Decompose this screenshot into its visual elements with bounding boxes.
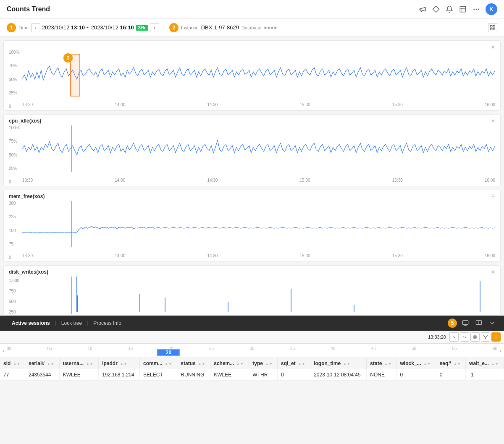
col-ipaddr[interactable]: ipaddr ▲▼ <box>99 358 140 369</box>
timeline-scroll-area[interactable]: 00 05 10 15 20 25 30 35 40 45 50 55 60 2… <box>7 345 497 356</box>
cell-state: NONE <box>367 369 396 381</box>
timeline-next-button[interactable]: › <box>497 347 504 354</box>
cell-status: RUNNING <box>177 369 210 381</box>
chart-2-gear-icon[interactable] <box>490 118 496 125</box>
col-type[interactable]: type ▲▼ <box>249 358 278 369</box>
timeline-active-marker[interactable]: 20 <box>157 349 180 356</box>
svg-marker-0 <box>433 6 439 12</box>
expand-button[interactable] <box>488 23 497 32</box>
cell-sql-et: 0 <box>278 369 310 381</box>
session-time: 13:33:20 <box>428 334 446 340</box>
chart-2-y-labels: 100% 75% 50% 25% 0 <box>9 125 22 184</box>
instance-value: DBX-1-97-8629 <box>201 24 239 31</box>
filter-button[interactable] <box>481 332 490 342</box>
instance-label: Instance <box>181 25 199 30</box>
chart-1-svg <box>22 50 495 100</box>
col-username[interactable]: userna... ▲▼ <box>59 358 98 369</box>
col-status[interactable]: status ▲▼ <box>177 358 210 369</box>
cell-type: WTHR <box>249 369 278 381</box>
cell-ipaddr: 192.168.1.204 <box>99 369 140 381</box>
svg-marker-36 <box>483 335 488 339</box>
cell-schema: KWLEE <box>210 369 249 381</box>
badge-3-container: 3 <box>63 53 73 63</box>
tab-process-info[interactable]: Process Info <box>88 317 126 329</box>
badge-5: 5 <box>448 319 457 328</box>
next-session-button[interactable]: ›› <box>460 332 469 342</box>
chart-4-label: disk_writes(xos) <box>9 269 495 275</box>
cell-serial: 24353544 <box>25 369 60 381</box>
chart-1-canvas <box>22 50 495 100</box>
chart-4-gear-icon[interactable] <box>490 269 496 276</box>
chart-2-section: cpu_idle(xos) 100% 75% 50% 25% 0 13:30 1… <box>3 114 501 186</box>
split-icon[interactable] <box>474 318 484 328</box>
col-schema[interactable]: schem... ▲▼ <box>210 358 249 369</box>
user-avatar[interactable]: K <box>486 3 497 15</box>
svg-point-15 <box>492 196 494 197</box>
col-seq[interactable]: seq# ▲▼ <box>436 358 466 369</box>
time-range-display: 2023/10/12 13:10 ~ 2023/10/12 16:10 <box>42 24 134 31</box>
diamond-icon[interactable] <box>432 5 440 13</box>
timeline-prev-button[interactable]: ‹ <box>0 347 7 354</box>
col-sid[interactable]: sid ▲▼ <box>0 358 25 369</box>
col-wait-e[interactable]: wait_e... ▲▼ <box>466 358 504 369</box>
prev-time-button[interactable]: ‹ <box>31 23 40 32</box>
monitor-icon[interactable] <box>460 318 470 328</box>
duration-badge: 3Hr <box>136 25 148 31</box>
col-command[interactable]: comm... ▲▼ <box>140 358 177 369</box>
svg-rect-35 <box>473 337 475 339</box>
next-time-button[interactable]: › <box>150 23 159 32</box>
time-nav: ‹ 2023/10/12 13:10 ~ 2023/10/12 16:10 3H… <box>31 23 159 32</box>
svg-point-17 <box>492 271 494 273</box>
time-label: Time <box>18 25 29 30</box>
svg-rect-34 <box>475 337 477 339</box>
timeline-inner: ‹ 00 05 10 15 20 25 30 35 40 45 50 55 60 <box>0 345 504 356</box>
chart-4-section: disk_writes(xos) 1,000 750 500 250 <box>3 265 501 316</box>
grid-view-button[interactable] <box>470 332 480 342</box>
table-row: 77 24353544 KWLEE 192.168.1.204 SELECT R… <box>0 369 504 381</box>
instance-group: 2 Instance DBX-1-97-8629 Database ●●●● <box>169 23 277 32</box>
chevron-down-icon[interactable] <box>487 318 497 328</box>
header-icons: K <box>418 3 497 15</box>
chart-2-area: 100% 75% 50% 25% 0 13:30 14:00 14:30 15:… <box>9 125 495 184</box>
svg-rect-9 <box>493 28 495 30</box>
chart-2-svg <box>22 125 495 176</box>
bottom-tabs: Active sessions | Lock tree | Process In… <box>0 316 504 331</box>
col-wlock[interactable]: wlock_... ▲▼ <box>396 358 436 369</box>
timeline-ticks: 00 05 10 15 20 25 30 35 40 45 50 55 60 <box>7 346 497 351</box>
bell-icon[interactable] <box>445 5 454 13</box>
col-sql-et[interactable]: sql_et ▲▼ <box>278 358 310 369</box>
badge-1: 1 <box>7 23 16 32</box>
session-area: 13:33:20 ‹‹ ›› ‹ 00 05 10 <box>0 331 504 381</box>
chart-1-label <box>9 44 10 49</box>
svg-point-11 <box>492 46 494 48</box>
cell-username: KWLEE <box>59 369 98 381</box>
col-state[interactable]: state ▲▼ <box>367 358 396 369</box>
database-label: Database <box>242 25 261 30</box>
cell-logon-time: 2023-10-12 08:04:45 <box>310 369 367 381</box>
chart-3-canvas <box>22 201 495 251</box>
svg-point-13 <box>492 120 494 122</box>
chart-4-y-labels: 1,000 750 500 250 <box>9 277 22 314</box>
tab-lock-tree[interactable]: Lock tree <box>56 317 87 329</box>
layout-icon[interactable] <box>459 5 467 13</box>
tab-active-sessions[interactable]: Active sessions <box>7 317 55 329</box>
header: Counts Trend K <box>0 0 504 18</box>
svg-point-6 <box>478 9 479 10</box>
prev-session-button[interactable]: ‹‹ <box>449 332 459 342</box>
cell-command: SELECT <box>140 369 177 381</box>
bottom-panel-icons: 5 <box>448 318 497 328</box>
bottom-panel: Active sessions | Lock tree | Process In… <box>0 316 504 331</box>
megaphone-icon[interactable] <box>418 5 427 13</box>
cell-sid: 77 <box>0 369 25 381</box>
svg-rect-32 <box>473 335 475 337</box>
svg-point-5 <box>476 9 477 10</box>
download-button[interactable] <box>491 332 501 342</box>
chart-3-x-axis: 13:30 14:00 14:30 15:00 15:30 16:00 <box>22 251 495 260</box>
chart-3-gear-icon[interactable] <box>490 193 496 201</box>
col-logon-time[interactable]: logon_time ▲▼ <box>310 358 367 369</box>
chart-3-y-labels: 300 225 150 75 0 <box>9 201 22 260</box>
col-serial[interactable]: serial# ▲▼ <box>25 358 60 369</box>
cell-wait-e: -1 <box>466 369 504 381</box>
chart-4-svg <box>22 277 495 314</box>
more-icon[interactable] <box>472 5 480 13</box>
